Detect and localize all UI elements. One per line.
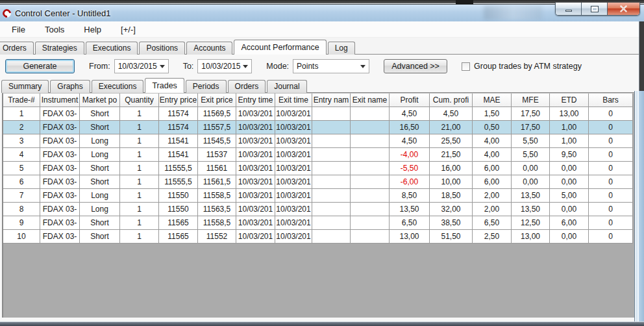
cell-exit-time[interactable]: 10/03/201 bbox=[275, 216, 312, 230]
cell-entry-nam[interactable] bbox=[312, 134, 351, 148]
column-header-exit-price[interactable]: Exit price bbox=[198, 94, 236, 107]
column-header-instrument[interactable]: Instrument bbox=[40, 94, 80, 107]
cell-trade[interactable]: 1 bbox=[3, 107, 40, 121]
cell-exit-time[interactable]: 10/03/201 bbox=[275, 107, 312, 121]
subtab-summary[interactable]: Summary bbox=[1, 80, 49, 93]
cell-mae[interactable]: 4,00 bbox=[473, 134, 512, 148]
cell-exit-time[interactable]: 10/03/201 bbox=[275, 162, 312, 175]
table-row[interactable]: 1FDAX 03-Short11157411569,510/03/20110/0… bbox=[3, 107, 634, 121]
cell-etd[interactable]: 6,00 bbox=[550, 216, 589, 230]
cell-entry-price[interactable]: 11550 bbox=[159, 189, 198, 203]
cell-profit[interactable]: 13,00 bbox=[390, 230, 430, 244]
cell-exit-price[interactable]: 11558,5 bbox=[198, 216, 236, 230]
cell-mfe[interactable]: 13,50 bbox=[512, 203, 550, 216]
cell-entry-nam[interactable] bbox=[312, 175, 351, 189]
column-header-quantity[interactable]: Quantity bbox=[120, 94, 159, 107]
cell-market-po[interactable]: Short bbox=[80, 162, 120, 175]
cell-etd[interactable]: 0,00 bbox=[550, 175, 589, 189]
tab-log[interactable]: Log bbox=[328, 42, 355, 55]
column-header-trade[interactable]: Trade-# bbox=[3, 94, 40, 107]
table-row[interactable]: 5FDAX 03-Short111555,51156110/03/20110/0… bbox=[3, 162, 634, 175]
cell-entry-nam[interactable] bbox=[312, 189, 351, 203]
cell-cum-profi[interactable]: 25,50 bbox=[430, 134, 473, 148]
tab-strategies[interactable]: Strategies bbox=[35, 42, 84, 55]
cell-mae[interactable]: 0,50 bbox=[473, 121, 512, 134]
table-row[interactable]: 3FDAX 03-Long11154111545,510/03/20110/03… bbox=[3, 134, 634, 148]
cell-trade[interactable]: 8 bbox=[3, 203, 40, 216]
cell-cum-profi[interactable]: 51,50 bbox=[430, 230, 473, 244]
cell-exit-price[interactable]: 11545,5 bbox=[198, 134, 236, 148]
cell-market-po[interactable]: Short bbox=[80, 121, 120, 134]
cell-mfe[interactable]: 13,50 bbox=[512, 189, 550, 203]
table-row[interactable]: 2FDAX 03-Short11157411557,510/03/20110/0… bbox=[3, 121, 634, 134]
advanced-button[interactable]: Advanced >> bbox=[384, 59, 447, 73]
cell-quantity[interactable]: 1 bbox=[120, 134, 159, 148]
cell-entry-nam[interactable] bbox=[312, 148, 351, 162]
cell-instrument[interactable]: FDAX 03- bbox=[40, 189, 80, 203]
cell-entry-time[interactable]: 10/03/201 bbox=[236, 216, 275, 230]
column-header-entry-time[interactable]: Entry time bbox=[236, 94, 275, 107]
cell-mae[interactable]: 2,50 bbox=[473, 230, 512, 244]
window-titlebar[interactable]: Control Center - Untitled1 bbox=[0, 5, 644, 21]
subtab-graphs[interactable]: Graphs bbox=[50, 80, 90, 93]
cell-entry-nam[interactable] bbox=[312, 162, 351, 175]
cell-etd[interactable]: 0,00 bbox=[550, 203, 589, 216]
cell-exit-time[interactable]: 10/03/201 bbox=[275, 203, 312, 216]
cell-profit[interactable]: 4,50 bbox=[390, 134, 430, 148]
cell-quantity[interactable]: 1 bbox=[120, 162, 159, 175]
tab-orders[interactable]: Orders bbox=[0, 42, 34, 55]
cell-etd[interactable]: 13,00 bbox=[550, 107, 589, 121]
cell-exit-name[interactable] bbox=[351, 216, 390, 230]
cell-mfe[interactable]: 5,50 bbox=[512, 134, 550, 148]
cell-mfe[interactable]: 12,50 bbox=[512, 216, 550, 230]
to-date-field[interactable]: 10/03/2015 bbox=[197, 59, 252, 73]
cell-entry-time[interactable]: 10/03/201 bbox=[236, 175, 275, 189]
column-header-mfe[interactable]: MFE bbox=[512, 94, 550, 107]
cell-entry-time[interactable]: 10/03/201 bbox=[236, 162, 275, 175]
cell-entry-price[interactable]: 11555,5 bbox=[159, 175, 198, 189]
cell-trade[interactable]: 10 bbox=[3, 230, 40, 244]
column-header-mae[interactable]: MAE bbox=[473, 94, 512, 107]
cell-quantity[interactable]: 1 bbox=[120, 107, 159, 121]
cell-market-po[interactable]: Short bbox=[80, 175, 120, 189]
cell-mfe[interactable]: 0,00 bbox=[512, 162, 550, 175]
cell-exit-time[interactable]: 10/03/201 bbox=[275, 148, 312, 162]
cell-entry-price[interactable]: 11541 bbox=[159, 134, 198, 148]
cell-exit-time[interactable]: 10/03/201 bbox=[275, 175, 312, 189]
cell-cum-profi[interactable]: 38,50 bbox=[430, 216, 473, 230]
cell-cum-profi[interactable]: 10,00 bbox=[430, 175, 473, 189]
cell-exit-name[interactable] bbox=[351, 134, 390, 148]
cell-entry-price[interactable]: 11555,5 bbox=[159, 162, 198, 175]
cell-bars[interactable]: 0 bbox=[589, 175, 633, 189]
cell-instrument[interactable]: FDAX 03- bbox=[40, 203, 80, 216]
cell-exit-price[interactable]: 11561 bbox=[198, 162, 236, 175]
cell-market-po[interactable]: Long bbox=[80, 134, 120, 148]
cell-cum-profi[interactable]: 21,00 bbox=[430, 121, 473, 134]
column-header-etd[interactable]: ETD bbox=[550, 94, 589, 107]
cell-instrument[interactable]: FDAX 03- bbox=[40, 121, 80, 134]
cell-etd[interactable]: 1,00 bbox=[550, 134, 589, 148]
cell-quantity[interactable]: 1 bbox=[120, 189, 159, 203]
cell-cum-profi[interactable]: 32,00 bbox=[430, 203, 473, 216]
mode-dropdown[interactable]: Points bbox=[293, 59, 369, 73]
cell-bars[interactable]: 0 bbox=[589, 121, 633, 134]
cell-trade[interactable]: 4 bbox=[3, 148, 40, 162]
maximize-button[interactable] bbox=[582, 3, 608, 15]
cell-mae[interactable]: 6,00 bbox=[473, 175, 512, 189]
cell-entry-time[interactable]: 10/03/201 bbox=[236, 121, 275, 134]
cell-bars[interactable]: 0 bbox=[589, 203, 633, 216]
cell-trade[interactable]: 9 bbox=[3, 216, 40, 230]
cell-mae[interactable]: 1,50 bbox=[473, 107, 512, 121]
cell-mae[interactable]: 6,50 bbox=[473, 216, 512, 230]
cell-profit[interactable]: 4,50 bbox=[390, 107, 430, 121]
table-row[interactable]: 9FDAX 03-Short11156511558,510/03/20110/0… bbox=[3, 216, 634, 230]
cell-bars[interactable]: 0 bbox=[589, 162, 633, 175]
cell-exit-name[interactable] bbox=[351, 121, 390, 134]
cell-entry-nam[interactable] bbox=[312, 216, 351, 230]
cell-entry-price[interactable]: 11574 bbox=[159, 121, 198, 134]
cell-mfe[interactable]: 17,50 bbox=[512, 121, 550, 134]
cell-mfe[interactable]: 17,50 bbox=[512, 107, 550, 121]
cell-market-po[interactable]: Short bbox=[80, 230, 120, 244]
cell-entry-time[interactable]: 10/03/201 bbox=[236, 107, 275, 121]
cell-exit-name[interactable] bbox=[351, 148, 390, 162]
